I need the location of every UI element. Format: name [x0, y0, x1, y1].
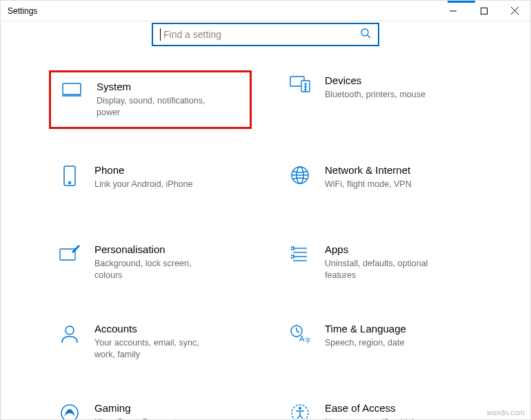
tile-accounts[interactable]: Accounts Your accounts, email, sync, wor…	[49, 319, 252, 367]
search-input[interactable]: Find a setting	[152, 23, 379, 46]
search-icon	[360, 28, 371, 41]
text-caret	[160, 28, 161, 41]
tile-label: Ease of Access	[325, 402, 449, 414]
tile-desc: Background, lock screen, colours	[94, 258, 219, 281]
personalisation-icon	[54, 243, 85, 261]
svg-line-28	[297, 331, 299, 332]
tile-label: Personalisation	[94, 243, 219, 255]
tile-time-language[interactable]: A 字 Time & Language Speech, region, date	[279, 319, 482, 367]
svg-rect-23	[291, 247, 294, 250]
tile-ease-of-access[interactable]: Ease of Access Narrator, magnifier, high…	[279, 398, 482, 420]
ease-of-access-icon	[285, 402, 315, 420]
tile-label: Time & Language	[325, 323, 406, 334]
svg-text:A: A	[299, 334, 305, 343]
tile-desc: Speech, region, date	[325, 337, 406, 349]
svg-point-33	[299, 407, 301, 410]
tile-personalisation[interactable]: Personalisation Background, lock screen,…	[49, 239, 252, 288]
tile-devices[interactable]: Devices Bluetooth, printers, mouse	[279, 70, 482, 129]
accounts-icon	[54, 323, 85, 343]
time-language-icon: A 字	[285, 323, 315, 343]
tile-label: Accounts	[94, 323, 219, 334]
settings-grid: System Display, sound, notifications, po…	[1, 70, 530, 420]
tile-label: Devices	[325, 74, 425, 86]
tile-apps[interactable]: Apps Uninstall, defaults, optional featu…	[279, 239, 482, 288]
svg-rect-1	[481, 8, 487, 14]
close-icon	[511, 7, 519, 14]
tile-system[interactable]: System Display, sound, notifications, po…	[49, 70, 252, 129]
tile-label: Gaming	[94, 402, 219, 414]
window-title: Settings	[8, 6, 437, 16]
phone-icon	[54, 164, 85, 186]
minimize-button[interactable]	[437, 1, 468, 21]
svg-line-5	[368, 35, 370, 38]
svg-point-14	[69, 181, 71, 183]
tile-label: Apps	[325, 243, 449, 255]
svg-rect-24	[291, 255, 294, 258]
search-placeholder: Find a setting	[163, 29, 360, 40]
tile-desc: Narrator, magnifier, high contrast	[325, 417, 449, 420]
accent-bar	[448, 1, 475, 3]
maximize-icon	[481, 8, 488, 14]
svg-rect-6	[63, 83, 81, 94]
tile-desc: Your accounts, email, sync, work, family	[94, 337, 219, 361]
tile-phone[interactable]: Phone Link your Android, iPhone	[49, 160, 252, 208]
maximize-button[interactable]	[468, 1, 499, 21]
tile-desc: Xbox Game Bar, captures, Game Mode	[94, 417, 219, 420]
gaming-icon	[54, 402, 85, 420]
tile-label: Network & Internet	[325, 164, 412, 176]
tile-desc: Link your Android, iPhone	[94, 179, 192, 190]
svg-rect-13	[64, 166, 75, 186]
tile-label: Phone	[94, 164, 192, 176]
tile-desc: Bluetooth, printers, mouse	[325, 89, 425, 101]
svg-point-25	[66, 326, 74, 334]
svg-text:字: 字	[305, 337, 310, 343]
svg-point-4	[361, 29, 368, 36]
apps-icon	[285, 243, 315, 263]
close-button[interactable]	[499, 1, 530, 21]
tile-desc: WiFi, flight mode, VPN	[325, 179, 412, 190]
watermark: wsxdn.com	[487, 408, 525, 417]
minimize-icon	[450, 8, 457, 14]
network-icon	[285, 164, 315, 185]
tile-gaming[interactable]: Gaming Xbox Game Bar, captures, Game Mod…	[49, 398, 252, 420]
tile-label: System	[97, 81, 221, 92]
window-controls	[437, 1, 530, 21]
search-container: Find a setting	[1, 23, 530, 46]
tile-desc: Display, sound, notifications, power	[97, 95, 221, 119]
system-icon	[57, 81, 87, 97]
devices-icon	[285, 74, 315, 92]
title-bar: Settings	[1, 1, 530, 21]
tile-desc: Uninstall, defaults, optional features	[325, 258, 449, 281]
tile-network[interactable]: Network & Internet WiFi, flight mode, VP…	[279, 160, 482, 208]
